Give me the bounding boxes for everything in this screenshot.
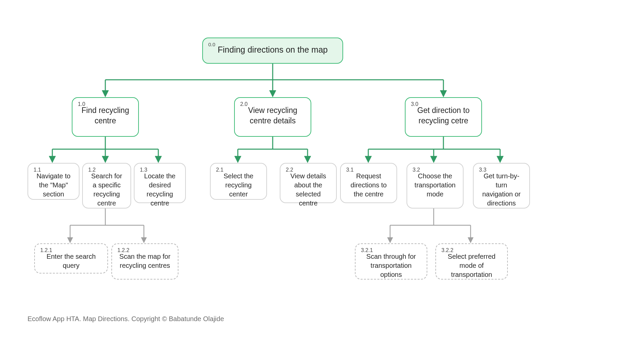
node-3-0: 3.0 Get direction to recycling cetre <box>405 97 482 137</box>
node-num: 3.2.1 <box>361 247 373 253</box>
node-label: Scan the map for recycling centres <box>118 252 172 270</box>
node-num: 1.0 <box>78 101 85 107</box>
node-3-2-2: 3.2.2 Select preferred mode of transport… <box>435 243 508 280</box>
node-2-2: 2.2 View details about the selected cent… <box>280 163 337 203</box>
node-root: 0.0 Finding directions on the map <box>202 38 343 64</box>
node-label: Finding directions on the map <box>209 44 336 56</box>
node-num: 3.0 <box>411 101 418 107</box>
node-num: 1.2 <box>88 167 96 173</box>
node-label: Enter the search query <box>41 252 101 270</box>
node-label: Scan through for transportation options <box>362 252 421 279</box>
node-label: Select the recycling center <box>217 172 260 199</box>
node-2-0: 2.0 View recycling centre details <box>234 97 311 137</box>
node-num: 2.1 <box>216 167 223 173</box>
node-3-2-1: 3.2.1 Scan through for transportation op… <box>355 243 427 280</box>
node-num: 2.0 <box>240 101 248 107</box>
node-num: 1.3 <box>140 167 147 173</box>
node-num: 1.2.1 <box>40 247 52 253</box>
node-3-2: 3.2 Choose the transportation mode <box>407 163 464 208</box>
node-label: Get turn-by-turn navigation or direction… <box>480 172 523 208</box>
node-num: 2.2 <box>286 167 293 173</box>
node-1-0: 1.0 Find recycling centre <box>72 97 139 137</box>
footer-copyright: Ecoflow App HTA. Map Directions. Copyrig… <box>28 315 224 323</box>
node-3-1: 3.1 Request directions to the centre <box>340 163 397 203</box>
node-label: Request directions to the centre <box>347 172 390 199</box>
node-1-2-1: 1.2.1 Enter the search query <box>34 243 108 274</box>
node-label: Select preferred mode of transportation <box>442 252 501 279</box>
node-label: Locate the desired recycling centre <box>141 172 179 208</box>
node-label: Navigate to the "Map" section <box>34 172 73 199</box>
node-num: 0.0 <box>208 42 215 47</box>
node-label: Choose the transportation mode <box>413 172 457 199</box>
node-label: Get direction to recycling cetre <box>412 105 475 126</box>
node-label: Search for a specific recycling centre <box>89 172 124 208</box>
node-label: View details about the selected centre <box>286 172 330 208</box>
node-2-1: 2.1 Select the recycling center <box>210 163 267 200</box>
node-label: View recycling centre details <box>241 105 305 126</box>
node-3-3: 3.3 Get turn-by-turn navigation or direc… <box>473 163 530 208</box>
node-1-2-2: 1.2.2 Scan the map for recycling centres <box>111 243 178 280</box>
node-1-3: 1.3 Locate the desired recycling centre <box>134 163 186 203</box>
node-num: 3.2.2 <box>441 247 453 253</box>
node-num: 3.2 <box>413 167 420 173</box>
node-num: 1.2.2 <box>117 247 129 253</box>
node-1-2: 1.2 Search for a specific recycling cent… <box>82 163 131 208</box>
node-num: 1.1 <box>34 167 41 173</box>
node-1-1: 1.1 Navigate to the "Map" section <box>28 163 79 200</box>
node-num: 3.3 <box>479 167 486 173</box>
node-label: Find recycling centre <box>78 105 132 126</box>
node-num: 3.1 <box>346 167 354 173</box>
